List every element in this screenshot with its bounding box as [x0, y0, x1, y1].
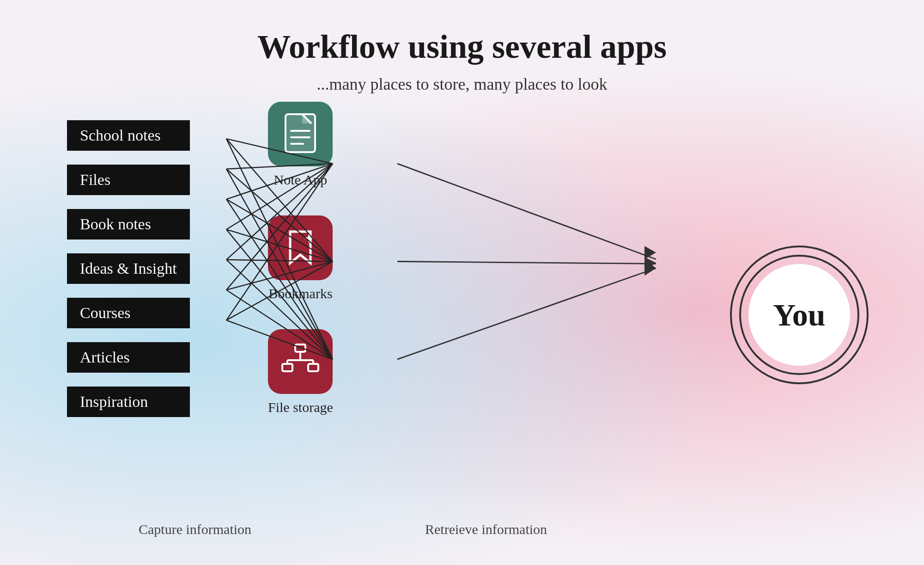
page-subtitle: ...many places to store, many places to … — [0, 74, 924, 94]
apps-column: Note App Bookmarks — [268, 102, 333, 415]
capture-label: Capture information — [139, 522, 251, 537]
bookmarks-label: Bookmarks — [268, 286, 332, 301]
page-title: Workflow using several apps — [0, 0, 924, 66]
file-storage-label: File storage — [268, 399, 333, 415]
you-label: You — [773, 297, 825, 333]
svg-rect-7 — [295, 344, 305, 352]
you-middle-ring: You — [739, 255, 859, 375]
label-ideas-insight: Ideas & Insight — [67, 253, 190, 284]
svg-rect-0 — [286, 114, 315, 152]
app-bookmarks: Bookmarks — [268, 215, 333, 301]
label-files: Files — [67, 165, 190, 195]
bookmarks-icon — [268, 215, 333, 280]
note-app-icon — [268, 102, 333, 166]
label-book-notes: Book notes — [67, 209, 190, 240]
you-circle: You — [730, 246, 869, 384]
app-file-storage: File storage — [268, 329, 333, 415]
you-outer-ring: You — [730, 246, 869, 384]
you-inner-circle: You — [748, 264, 850, 366]
label-articles: Articles — [67, 342, 190, 373]
file-storage-icon — [268, 329, 333, 394]
app-note: Note App — [268, 102, 333, 188]
svg-line-37 — [397, 268, 656, 359]
svg-rect-8 — [282, 364, 292, 371]
svg-rect-9 — [308, 364, 318, 371]
svg-marker-38 — [644, 246, 656, 259]
retrieve-label: Retreieve information — [425, 522, 547, 537]
label-courses: Courses — [67, 298, 190, 328]
labels-column: School notes Files Book notes Ideas & In… — [67, 120, 190, 417]
svg-line-36 — [397, 262, 656, 264]
label-school-notes: School notes — [67, 120, 190, 151]
svg-marker-39 — [644, 257, 656, 270]
diagram: School notes Files Book notes Ideas & In… — [0, 92, 924, 537]
label-inspiration: Inspiration — [67, 387, 190, 417]
svg-line-35 — [397, 164, 656, 259]
note-app-label: Note App — [274, 172, 327, 188]
svg-marker-40 — [644, 259, 656, 276]
